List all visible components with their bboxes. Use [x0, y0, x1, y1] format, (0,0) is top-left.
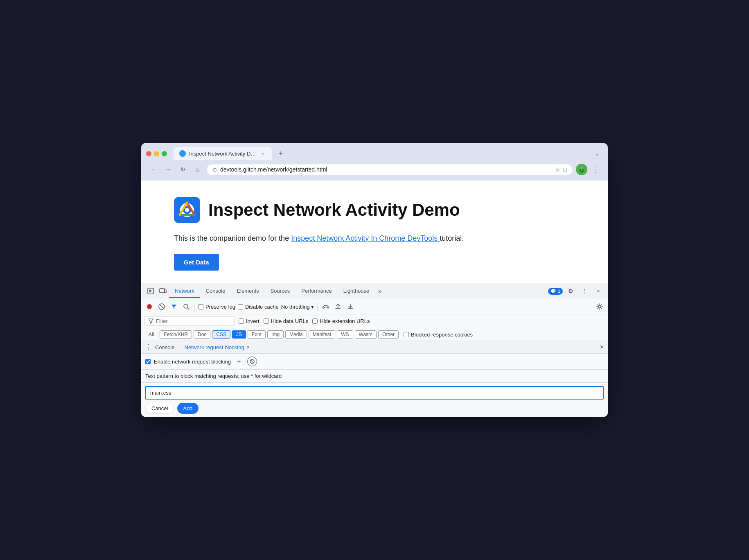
import-har-button[interactable]: [345, 302, 355, 312]
minimize-window-button[interactable]: [154, 151, 159, 156]
console-messages-badge[interactable]: 💬 1: [548, 288, 563, 295]
type-filter-fetch-xhr[interactable]: Fetch/XHR: [160, 330, 192, 339]
profile-avatar[interactable]: [576, 164, 587, 175]
invert-filter-label[interactable]: Invert: [239, 318, 259, 324]
home-button[interactable]: ⌂: [192, 164, 203, 175]
cursor-tool-button[interactable]: [144, 283, 157, 299]
throttle-selector[interactable]: No throttling ▾: [281, 304, 314, 310]
type-filter-other[interactable]: Other: [378, 330, 399, 339]
devtools-close-button[interactable]: ×: [592, 283, 605, 299]
type-filter-ws[interactable]: WS: [337, 330, 353, 339]
invert-filter-checkbox[interactable]: [239, 318, 244, 324]
hide-data-urls-label[interactable]: Hide data URLs: [264, 318, 309, 324]
bookmark-icon[interactable]: ☆: [555, 166, 560, 173]
tab-favicon: 🌐: [179, 150, 186, 157]
nrb-more-options-button[interactable]: ⋮: [145, 344, 152, 350]
nrb-add-confirm-button[interactable]: Add: [177, 403, 198, 414]
tab-sources[interactable]: Sources: [265, 285, 296, 298]
type-filter-wasm[interactable]: Wasm: [355, 330, 377, 339]
description-suffix: tutorial.: [440, 234, 464, 242]
settings-icon: [596, 303, 603, 310]
tab-close-button[interactable]: ×: [259, 150, 266, 157]
devtools-panel: Network Console Elements Sources Perform…: [141, 283, 608, 417]
nrb-console-label[interactable]: Console: [155, 344, 175, 350]
record-button[interactable]: [144, 302, 154, 312]
preserve-log-label[interactable]: Preserve log: [198, 304, 235, 310]
devtools-right-controls: 💬 1 ⚙ ⋮ ×: [548, 283, 605, 299]
back-button[interactable]: ←: [148, 164, 159, 175]
type-filter-media[interactable]: Media: [285, 330, 307, 339]
svg-line-15: [250, 360, 254, 363]
new-tab-button[interactable]: +: [275, 148, 287, 159]
disable-cache-label[interactable]: Disable cache: [238, 304, 279, 310]
type-filter-manifest[interactable]: Manifest: [309, 330, 335, 339]
network-conditions-button[interactable]: [321, 302, 331, 312]
svg-rect-7: [165, 290, 166, 293]
block-pattern-input[interactable]: [145, 386, 604, 400]
url-bar[interactable]: ⊙ devtools.glitch.me/network/getstarted.…: [207, 164, 573, 175]
clear-log-button[interactable]: [157, 302, 167, 312]
record-icon: [147, 304, 152, 309]
type-filter-img[interactable]: Img: [267, 330, 284, 339]
tab-elements[interactable]: Elements: [231, 285, 264, 298]
tab-performance[interactable]: Performance: [296, 285, 337, 298]
hide-extension-urls-label[interactable]: Hide extension URLs: [312, 318, 370, 324]
disable-cache-checkbox[interactable]: [238, 304, 243, 309]
nrb-add-pattern-button[interactable]: +: [234, 357, 244, 366]
enable-blocking-label: Enable network request blocking: [154, 359, 231, 365]
nrb-close-panel-button[interactable]: ×: [600, 343, 604, 351]
blocked-cookies-checkbox[interactable]: [404, 332, 409, 337]
tab-network[interactable]: Network: [169, 285, 200, 298]
toolbar-divider: [194, 303, 195, 311]
nrb-enable-row: Enable network request blocking +: [141, 354, 608, 370]
browser-menu-button[interactable]: ⋮: [591, 163, 601, 176]
nrb-close-tab-button[interactable]: ×: [247, 344, 250, 350]
page-description: This is the companion demo for the Inspe…: [174, 233, 588, 244]
more-tabs-button[interactable]: »: [375, 288, 385, 294]
devtools-settings-button[interactable]: ⚙: [564, 283, 577, 299]
nrb-description: Text pattern to block matching requests;…: [141, 370, 608, 383]
responsive-tool-button[interactable]: [157, 283, 169, 299]
type-filter-font[interactable]: Font: [248, 330, 266, 339]
hide-extension-urls-checkbox[interactable]: [312, 318, 318, 324]
close-window-button[interactable]: [146, 151, 151, 156]
forward-button[interactable]: →: [162, 164, 174, 175]
network-toolbar: Preserve log Disable cache No throttling…: [141, 299, 608, 314]
devtools-more-options-button[interactable]: ⋮: [578, 283, 591, 299]
maximize-window-button[interactable]: [162, 151, 167, 156]
hide-data-urls-checkbox[interactable]: [264, 318, 269, 324]
browser-window: 🌐 Inspect Network Activity Dem × + ⌄ ← →…: [141, 143, 608, 417]
nrb-clear-patterns-button[interactable]: [247, 357, 257, 366]
network-settings-button[interactable]: [595, 302, 605, 312]
tab-lighthouse[interactable]: Lighthouse: [338, 285, 375, 298]
type-filter-doc[interactable]: Doc: [194, 330, 210, 339]
export-har-button[interactable]: [333, 302, 343, 312]
get-data-button[interactable]: Get Data: [174, 254, 219, 271]
preserve-log-checkbox[interactable]: [198, 304, 203, 309]
search-button[interactable]: [181, 302, 191, 312]
blocked-cookies-label[interactable]: Blocked response cookies: [404, 332, 473, 338]
tab-row: 🌐 Inspect Network Activity Dem × + ⌄: [141, 143, 608, 160]
nrb-cancel-button[interactable]: Cancel: [145, 403, 174, 414]
filter-input[interactable]: [156, 318, 221, 324]
description-link[interactable]: Inspect Network Activity In Chrome DevTo…: [291, 234, 440, 242]
svg-point-13: [598, 305, 601, 308]
import-icon: [347, 303, 353, 310]
type-filter-css[interactable]: CSS: [212, 330, 230, 339]
tab-list-chevron[interactable]: ⌄: [591, 149, 603, 158]
filter-bar: Invert Hide data URLs Hide extension URL…: [141, 314, 608, 328]
type-filter-all[interactable]: All: [144, 330, 158, 339]
security-icon: ⊙: [212, 167, 217, 173]
filter-toggle-button[interactable]: [169, 302, 179, 312]
tab-console[interactable]: Console: [200, 285, 231, 298]
type-filter-js[interactable]: JS: [232, 330, 246, 339]
nrb-tab[interactable]: Network request blocking ×: [185, 344, 250, 350]
page-header: Inspect Network Activity Demo: [174, 197, 588, 223]
enable-blocking-checkbox[interactable]: [145, 359, 151, 364]
cursor-icon: [147, 288, 154, 294]
svg-line-12: [187, 308, 189, 309]
reload-button[interactable]: ↻: [177, 164, 189, 175]
extensions-icon[interactable]: □: [564, 166, 567, 173]
browser-tab-active[interactable]: 🌐 Inspect Network Activity Dem ×: [174, 147, 272, 160]
export-icon: [335, 303, 341, 310]
